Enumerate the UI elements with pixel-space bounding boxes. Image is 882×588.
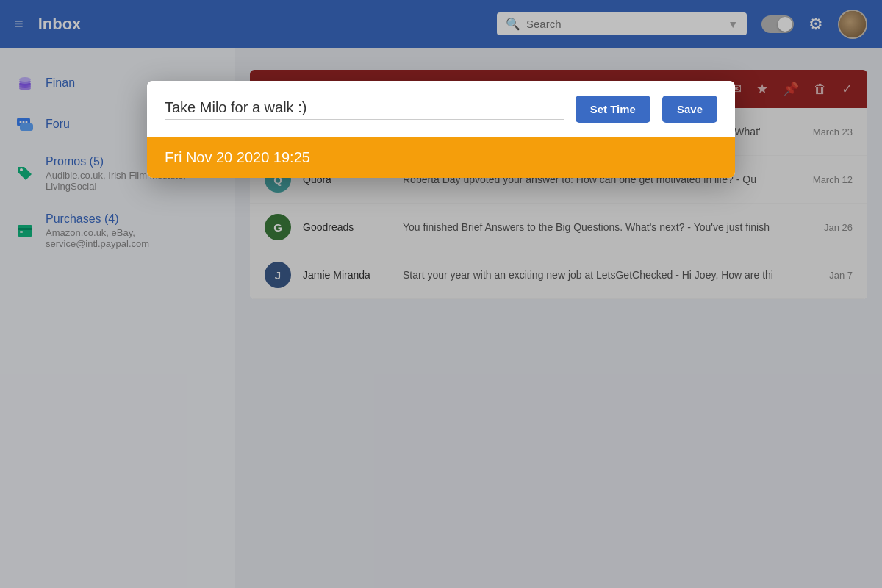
save-button[interactable]: Save: [662, 96, 717, 123]
modal-overlay: Set Time Save Fri Nov 20 2020 19:25: [0, 0, 882, 588]
set-time-button[interactable]: Set Time: [576, 96, 650, 123]
reminder-modal: Set Time Save Fri Nov 20 2020 19:25: [147, 81, 735, 178]
modal-date-bar: Fri Nov 20 2020 19:25: [147, 137, 735, 178]
reminder-input[interactable]: [165, 99, 564, 120]
modal-top: Set Time Save: [147, 81, 735, 137]
